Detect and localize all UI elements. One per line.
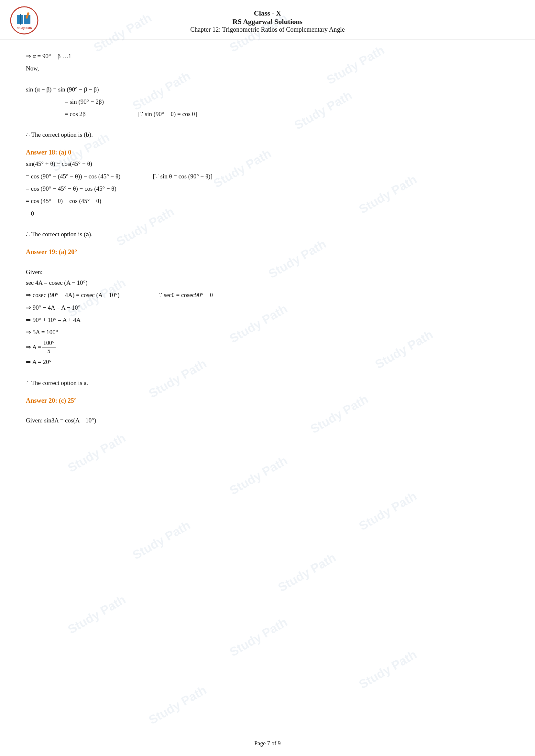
page: Study Path Study Path Study Path Study P… — [0, 0, 535, 756]
ans18-line3: = cos (90° − 45° − θ) − cos (45° − θ) — [26, 184, 509, 194]
ans18-line4: = cos (45° − θ) − cos (45° − θ) — [26, 196, 509, 206]
ans18-line2: = cos (90° − (45° − θ)) − cos (45° − θ) … — [26, 171, 509, 182]
conclusion18: ∴ The correct option is (a). — [26, 230, 509, 238]
page-number: Page 7 of 9 — [254, 740, 280, 747]
ans19-line2: ⇒ cosec (90° − 4A) = cosec (A − 10°) ∵ s… — [26, 290, 509, 300]
logo: Study Path — [10, 6, 39, 35]
ans19-line7: ⇒ A = 20° — [26, 357, 509, 367]
line-sin-alpha-beta: sin (α − β) = sin (90° − β − β) — [26, 84, 509, 95]
ans19-line1: sec 4A = cosec (A − 10°) — [26, 278, 509, 288]
ans19-line3: ⇒ 90° − 4A = A − 10° — [26, 303, 509, 313]
conclusion19: ∴ The correct option is a. — [26, 379, 509, 387]
line-alpha-eq: ⇒ α = 90° − β …1 — [26, 51, 509, 62]
svg-text:Study Path: Study Path — [16, 26, 32, 30]
ans19-line6: ⇒ A = 100° 5 — [26, 339, 509, 355]
answer18-heading: Answer 18: (a) 0 — [26, 149, 509, 156]
header-chapter: Chapter 12: Trigonometric Ratios of Comp… — [19, 26, 516, 33]
line-sin-90-2beta: = sin (90° − 2β) — [65, 97, 509, 107]
answer20-heading: Answer 20: (c) 25° — [26, 397, 509, 404]
ans19-line4: ⇒ 90° + 10° = A + 4A — [26, 315, 509, 325]
page-header: Study Path Class - X RS Aggarwal Solutio… — [0, 0, 535, 40]
line-cos-2beta: = cos 2β [∵ sin (90° − θ) = cos θ] — [65, 109, 509, 119]
header-rs: RS Aggarwal Solutions — [19, 17, 516, 26]
ans18-line1: sin(45° + θ) − cos(45° − θ) — [26, 159, 509, 169]
header-class: Class - X — [19, 9, 516, 17]
svg-rect-3 — [20, 14, 21, 25]
given19-label: Given: — [26, 269, 509, 276]
page-footer: Page 7 of 9 — [0, 740, 535, 747]
line-now: Now, — [26, 63, 509, 74]
answer19-heading: Answer 19: (a) 20° — [26, 248, 509, 256]
ans19-line5: ⇒ 5A = 100° — [26, 327, 509, 338]
main-content: ⇒ α = 90° − β …1 Now, sin (α − β) = sin … — [0, 43, 535, 447]
fraction-100-5: 100° 5 — [42, 339, 56, 355]
given20: Given: sin3A = cos(A – 10°) — [26, 415, 509, 426]
ans18-line5: = 0 — [26, 208, 509, 219]
conclusion1: ∴ The correct option is (b). — [26, 131, 509, 138]
logo-svg: Study Path — [10, 6, 39, 35]
